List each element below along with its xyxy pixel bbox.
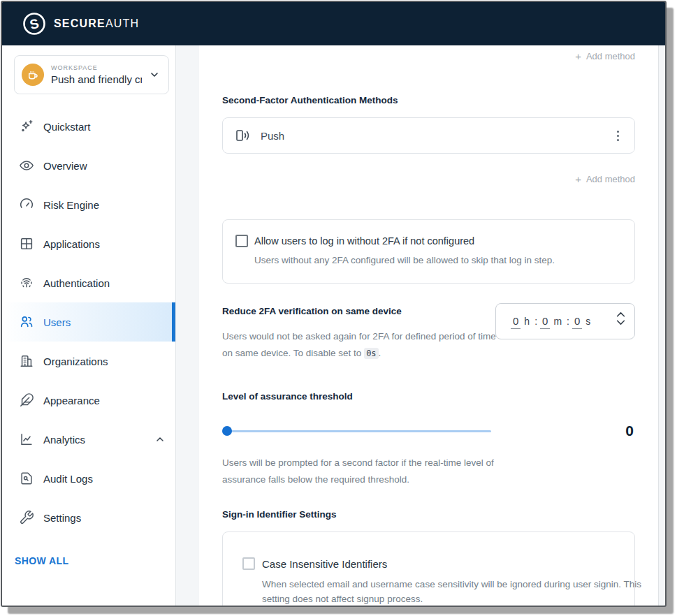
coffee-mug-icon [27, 68, 39, 81]
reduce-2fa-section: Reduce 2FA verification on same device U… [222, 306, 635, 365]
signin-identifiers-heading: Sign-in Identifier Settings [222, 509, 635, 520]
sidebar-item-label: Applications [43, 238, 100, 250]
sidebar-item-appearance[interactable]: Appearance [2, 381, 175, 420]
add-method-label: Add method [586, 174, 635, 184]
case-insensitive-description: When selected email and username case se… [262, 577, 643, 606]
sidebar-item-audit-logs[interactable]: Audit Logs [2, 459, 175, 498]
loa-description: Users will be prompted for a second fact… [222, 455, 509, 488]
workspace-label: WORKSPACE [51, 64, 142, 71]
sidebar-item-quickstart[interactable]: Quickstart [2, 107, 175, 146]
seconds-field[interactable]: 0 [572, 314, 582, 329]
time-separator: : [534, 316, 537, 327]
plus-icon: + [575, 52, 581, 61]
workspace-switcher[interactable]: WORKSPACE Push and friendly cre... [14, 55, 169, 94]
scrollbar-gutter[interactable] [659, 45, 665, 606]
main-content: + Add method Second-Factor Authenticatio… [199, 45, 659, 606]
wrench-icon [19, 510, 34, 525]
allow-without-2fa-card: Allow users to log in without 2FA if not… [222, 219, 635, 284]
sidebar-item-label: Authentication [43, 277, 110, 289]
hours-unit: h [524, 316, 530, 327]
time-stepper [616, 311, 625, 325]
sidebar-item-label: Risk Engine [43, 199, 99, 211]
allow-without-2fa-description: Users without any 2FA configured will be… [254, 254, 623, 267]
sidebar-item-risk-engine[interactable]: Risk Engine [2, 185, 175, 224]
reduce-2fa-heading: Reduce 2FA verification on same device [222, 306, 502, 316]
sidebar-item-label: Organizations [43, 355, 108, 367]
stepper-down-icon[interactable] [616, 320, 625, 325]
slider-track[interactable] [222, 430, 491, 432]
allow-without-2fa-label[interactable]: Allow users to log in without 2FA if not… [254, 235, 474, 247]
reduce-2fa-description-text: Users would not be asked again for 2FA f… [222, 331, 496, 358]
sidebar-item-settings[interactable]: Settings [2, 498, 175, 537]
sidebar-item-label: Overview [43, 160, 87, 172]
brand-name: SECUREAUTH [54, 17, 139, 30]
sidebar-item-overview[interactable]: Overview [2, 146, 175, 185]
add-method-button[interactable]: + Add method [575, 174, 635, 184]
sidebar-item-label: Analytics [43, 434, 85, 446]
case-insensitive-label[interactable]: Case Insensitive Identifiers [262, 558, 387, 570]
content-gutter [176, 45, 199, 606]
reduce-2fa-description-period: . [379, 348, 381, 358]
top-navbar: S SECUREAUTH [2, 2, 665, 45]
svg-text:S: S [28, 16, 40, 32]
method-name: Push [261, 130, 284, 142]
sidebar-nav: Quickstart Overview Risk Engine [2, 107, 175, 537]
sparkles-icon [19, 119, 34, 134]
minutes-field[interactable]: 0 [540, 314, 550, 329]
chevron-down-icon [149, 69, 160, 80]
secureauth-logo: S SECUREAUTH [22, 11, 139, 36]
gauge-icon [19, 197, 34, 212]
show-all-button[interactable]: SHOW ALL [15, 555, 175, 566]
loa-heading: Level of assurance threshold [222, 391, 635, 402]
loa-slider-row: 0 [222, 423, 635, 439]
chevron-up-icon[interactable] [154, 434, 166, 445]
method-card-push: Push [222, 117, 635, 154]
sidebar-item-authentication[interactable]: Authentication [2, 263, 175, 302]
grid-icon [19, 236, 34, 251]
sidebar-item-label: Quickstart [43, 121, 91, 133]
reduce-2fa-description: Users would not be asked again for 2FA f… [222, 328, 502, 362]
brand-name-light: AUTH [105, 17, 139, 29]
stepper-up-icon[interactable] [616, 311, 625, 317]
sidebar-item-label: Audit Logs [43, 473, 93, 485]
second-factor-heading: Second-Factor Authentication Methods [222, 95, 635, 105]
sidebar-item-applications[interactable]: Applications [2, 224, 175, 263]
chart-icon [19, 432, 34, 447]
reduce-2fa-time-input[interactable]: 0 h : 0 m : 0 s [495, 303, 635, 339]
time-separator: : [567, 316, 569, 327]
workspace-avatar [22, 64, 44, 86]
building-icon [19, 353, 34, 369]
loa-slider[interactable] [222, 426, 491, 436]
case-insensitive-checkbox[interactable] [242, 557, 255, 570]
seconds-unit: s [585, 316, 590, 327]
code-chip: 0s [364, 348, 378, 359]
slider-thumb[interactable] [222, 426, 232, 436]
sidebar-item-users[interactable]: Users [2, 302, 175, 342]
hours-field[interactable]: 0 [511, 314, 521, 329]
feather-icon [19, 393, 34, 408]
sidebar-item-label: Settings [43, 512, 81, 524]
case-insensitive-card: Case Insensitive Identifiers When select… [222, 531, 635, 606]
loa-value: 0 [625, 423, 635, 439]
add-method-label: Add method [586, 51, 635, 61]
sidebar-item-analytics[interactable]: Analytics [2, 420, 175, 459]
workspace-name: Push and friendly cre... [51, 73, 142, 85]
brand-name-bold: SECURE [54, 17, 105, 29]
sidebar: WORKSPACE Push and friendly cre... Quick… [2, 45, 176, 606]
sidebar-item-organizations[interactable]: Organizations [2, 342, 175, 381]
document-search-icon [19, 471, 34, 486]
app-window: S SECUREAUTH WORKSPACE Push and friendly… [1, 1, 667, 607]
fingerprint-icon [19, 275, 34, 291]
add-method-button-top[interactable]: + Add method [575, 51, 635, 61]
sidebar-item-label: Appearance [43, 395, 100, 406]
sidebar-item-label: Users [43, 316, 71, 328]
users-icon [19, 314, 34, 330]
push-notification-icon [234, 128, 252, 143]
minutes-unit: m [553, 316, 562, 327]
eye-icon [19, 158, 34, 173]
plus-icon: + [575, 175, 581, 184]
kebab-menu-icon[interactable] [614, 128, 622, 144]
allow-without-2fa-checkbox[interactable] [235, 235, 248, 247]
secureauth-logo-icon: S [22, 11, 47, 36]
